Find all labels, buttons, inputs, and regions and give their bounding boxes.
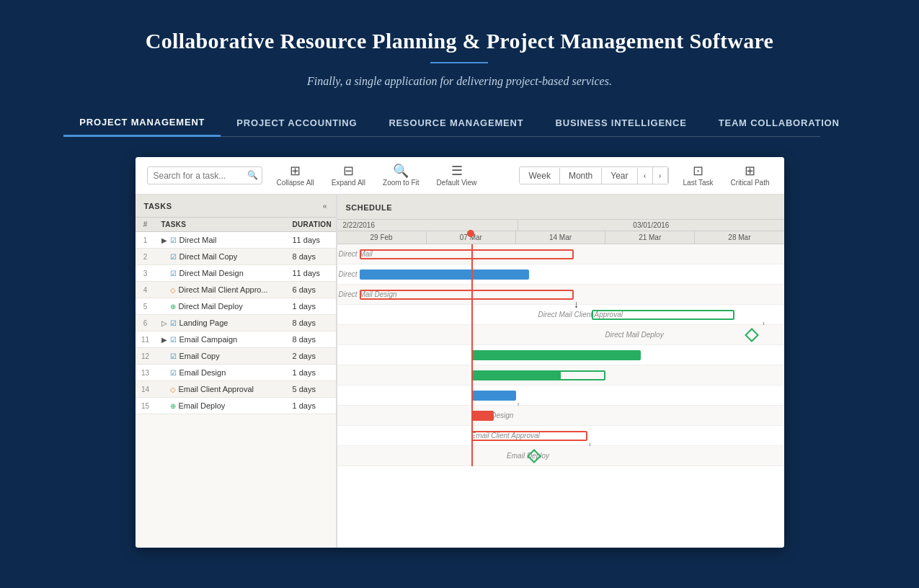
date-28mar: 28 Mar (695, 231, 783, 244)
task-columns: # TASKS DURATION (136, 218, 336, 232)
search-box[interactable]: 🔍 (147, 166, 262, 184)
expand-icon: ⊟ (343, 164, 354, 177)
task-panel: TASKS « # TASKS DURATION 1 ▶ ☑ Dire (136, 195, 337, 548)
schedule-panel: SCHEDULE 2/22/2016 03/01/2016 29 Feb 07 … (337, 195, 784, 548)
page-title: Collaborative Resource Planning & Projec… (146, 29, 773, 53)
table-row: 13 ☑ Email Design 1 days (136, 365, 336, 381)
table-row: 1 ▶ ☑ Direct Mail 11 days (136, 232, 336, 249)
date-14mar: 14 Mar (516, 231, 605, 244)
col-duration-header: DURATION (293, 220, 336, 228)
month-button[interactable]: Month (560, 168, 602, 184)
critical-path-icon: ⊞ (745, 164, 755, 177)
tab-team-collaboration[interactable]: TEAM COLLABORATION (703, 110, 856, 135)
critical-path-button[interactable]: ⊞ Critical Path (728, 163, 773, 188)
collapse-icon: ⊞ (290, 164, 301, 177)
schedule-label: SCHEDULE (346, 203, 393, 212)
gantt-row-5: Direct Mail Deploy (337, 325, 784, 345)
gantt-bar-6 (471, 350, 641, 360)
gantt-row-2: Direct Mail Copy (337, 264, 784, 285)
prev-arrow[interactable]: ‹ (638, 167, 653, 184)
table-row: 14 ◇ Email Client Approval 5 days (136, 381, 336, 398)
gantt-body: TASKS « # TASKS DURATION 1 ▶ ☑ Dire (136, 195, 784, 548)
gantt-row-15: Email Deploy (337, 446, 784, 466)
date-row-top: 2/22/2016 03/01/2016 (337, 220, 784, 231)
tab-business-intelligence[interactable]: BUSINESS INTELLIGENCE (540, 110, 703, 135)
collapse-arrows[interactable]: « (323, 200, 327, 211)
zoom-icon: 🔍 (393, 164, 409, 177)
gantt-bar-14 (471, 431, 587, 441)
date-07mar: 07 Mar (427, 231, 516, 244)
page-subtitle: Finally, a single application for delive… (146, 75, 773, 88)
table-row: 2 ☑ Direct Mail Copy 8 days (136, 249, 336, 265)
collapse-all-button[interactable]: ⊞ Collapse All (274, 163, 317, 188)
gantt-row-14: Email Client Approval ↓ (337, 426, 784, 446)
gantt-row-3: Direct Mail Design ↓ (337, 285, 784, 305)
tasks-label: TASKS (144, 202, 172, 210)
view-controls: Week Month Year ‹ › (519, 166, 668, 184)
gantt-bar-2 (360, 270, 530, 280)
gantt-bar-1 (360, 249, 574, 259)
task-panel-header: TASKS « (136, 195, 336, 218)
table-row: 3 ☑ Direct Mail Design 11 days (136, 265, 336, 282)
gantt-row-13: Email Design (337, 406, 784, 426)
today-line (471, 244, 473, 466)
gantt-container: 🔍 ⊞ Collapse All ⊟ Expand All 🔍 Zoom to … (136, 157, 784, 548)
tab-resource-management[interactable]: RESOURCE MANAGEMENT (373, 110, 539, 135)
default-view-icon: ☰ (451, 164, 463, 177)
gantt-row-4: Direct Mail Client Approval ↓ (337, 305, 784, 325)
gantt-bar-3 (360, 290, 574, 300)
gantt-chart: Direct Mail Direct Mail Copy Direct Mail… (337, 244, 784, 466)
gantt-bar-4 (592, 310, 734, 320)
next-arrow[interactable]: › (653, 167, 668, 184)
header-section: Collaborative Resource Planning & Projec… (146, 29, 773, 88)
date-21mar: 21 Mar (605, 231, 695, 244)
toolbar: 🔍 ⊞ Collapse All ⊟ Expand All 🔍 Zoom to … (136, 157, 784, 195)
nav-tabs: PROJECT MANAGEMENT PROJECT ACCOUNTING RE… (99, 110, 820, 137)
gantt-milestone-1 (745, 328, 759, 342)
gantt-row-6: Landing Page (337, 345, 784, 365)
table-row: 5 ⊕ Direct Mail Deploy 1 days (136, 298, 336, 315)
search-icon: 🔍 (247, 170, 258, 181)
table-row: 11 ▶ ☑ Email Campaign 8 days (136, 331, 336, 348)
date-top-1: 2/22/2016 (337, 220, 519, 231)
gantt-bar-13 (471, 411, 494, 421)
today-indicator (467, 230, 474, 237)
expand-all-button[interactable]: ⊟ Expand All (329, 163, 368, 188)
title-divider (430, 62, 488, 63)
week-button[interactable]: Week (520, 168, 559, 184)
default-view-button[interactable]: ☰ Default View (434, 163, 480, 188)
col-task-header: TASKS (156, 220, 293, 228)
gantt-row-11: Email Campaign (337, 365, 784, 386)
table-row: 12 ☑ Email Copy 2 days (136, 348, 336, 365)
table-row: 4 ◇ Direct Mail Client Appro... 6 days (136, 282, 336, 298)
page-wrapper: Collaborative Resource Planning & Projec… (0, 0, 919, 588)
gantt-row-12: Email Copy ↓ (337, 386, 784, 406)
last-task-icon: ⊡ (693, 164, 703, 177)
last-task-button[interactable]: ⊡ Last Task (680, 163, 716, 188)
table-row: 15 ⊕ Email Deploy 1 days (136, 398, 336, 414)
date-top-2: 03/01/2016 (518, 220, 783, 231)
search-input[interactable] (154, 171, 247, 181)
gantt-row-1: Direct Mail (337, 244, 784, 264)
task-rows: 1 ▶ ☑ Direct Mail 11 days 2 ☑ Dire (136, 232, 336, 414)
schedule-header: SCHEDULE (337, 195, 784, 220)
tab-project-management[interactable]: PROJECT MANAGEMENT (63, 110, 221, 137)
tab-project-accounting[interactable]: PROJECT ACCOUNTING (221, 110, 373, 135)
date-29feb: 29 Feb (337, 231, 427, 244)
gantt-bar-12 (471, 391, 516, 401)
date-row: 29 Feb 07 Mar 14 Mar 21 Mar 28 Mar (337, 231, 784, 244)
year-button[interactable]: Year (602, 168, 637, 184)
zoom-fit-button[interactable]: 🔍 Zoom to Fit (380, 163, 422, 188)
table-row: 6 ▷ ☑ Landing Page 8 days (136, 315, 336, 331)
col-num-header: # (136, 220, 156, 228)
